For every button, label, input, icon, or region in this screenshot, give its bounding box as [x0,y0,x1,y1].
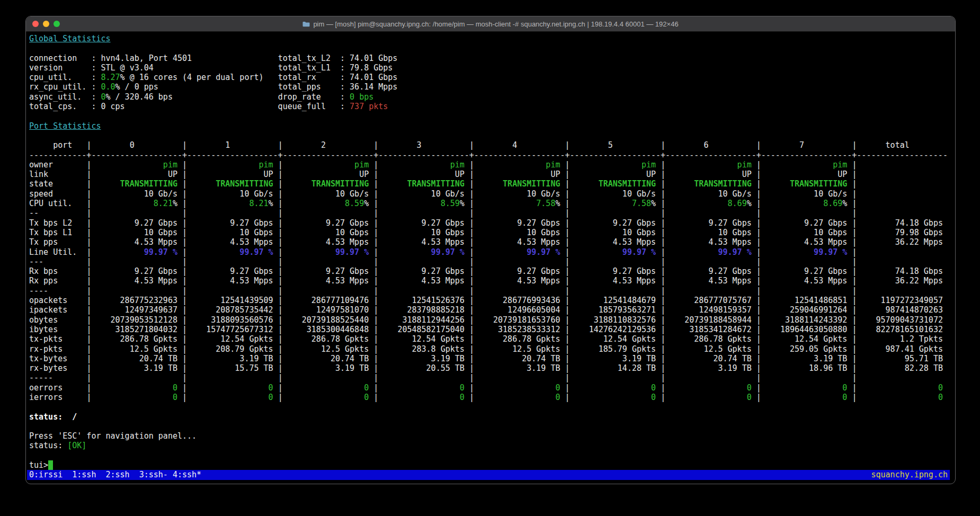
port-row-rx-pkts: rx-pkts | 12.5 Gpkts | 208.79 Gpkts | 12… [29,344,955,354]
prompt-line[interactable]: tui> [29,460,955,470]
port-row-state: state | TRANSMITTING | TRANSMITTING | TR… [29,179,955,189]
blank-line [29,131,955,140]
port-row-ipackets: ipackets | 12497349637 | 208785735442 | … [29,305,955,315]
port-row-rx-pps: Rx pps | 4.53 Mpps | 4.53 Mpps | 4.53 Mp… [29,276,955,286]
stat-line-rx-cpu-util: rx_cpu_util. : 0.0% / 0 pps total_pps : … [29,82,955,92]
port-row-divider: ----- | | | | | | | | | [29,373,955,382]
port-row-cpu-util: CPU util. | 8.21% | 8.21% | 8.59% | 8.59… [29,199,955,208]
port-row-divider: ---- | | | | | | | | | [29,286,955,296]
port-row-ierrors: ierrors | 0 | 0 | 0 | 0 | 0 | 0 | 0 | 0 … [29,393,955,402]
port-row-tx-bps-l1: Tx bps L1 | 10 Gbps | 10 Gbps | 10 Gbps … [29,228,955,237]
port-row-tx-pkts: tx-pkts | 286.78 Gpkts | 12.54 Gpkts | 2… [29,334,955,344]
window-title: pim — [mosh] pim@squanchy.ipng.ch: /home… [313,20,678,28]
port-table-separator: ------------+-------------------+-------… [29,150,955,160]
blank-line [29,422,955,431]
minimize-button[interactable] [43,21,49,27]
blank-line [29,402,955,412]
blank-line [29,43,955,53]
terminal-window: pim — [mosh] pim@squanchy.ipng.ch: /home… [25,16,956,484]
port-row-ibytes: ibytes | 3185271804032 | 15747725677312 … [29,325,955,334]
port-row-oerrors: oerrors | 0 | 0 | 0 | 0 | 0 | 0 | 0 | 0 … [29,383,955,393]
screen-status-bar: 0:irssi 1:ssh 2:ssh 3:ssh- 4:ssh* squanc… [27,470,950,479]
stat-line-async-util: async_util. : 0% / 320.46 bps drop_rate … [29,92,955,102]
status-ok-line: status: [OK] [29,441,955,450]
window-title-area: pim — [mosh] pim@squanchy.ipng.ch: /home… [74,16,907,31]
global-statistics-heading: Global Statistics [29,34,955,43]
screen-hostname: squanchy.ipng.ch [871,470,948,479]
close-button[interactable] [32,21,39,27]
port-row-tx-pps: Tx pps | 4.53 Mpps | 4.53 Mpps | 4.53 Mp… [29,237,955,247]
stat-line-total-cps: total_cps. : 0 cps queue_full : 737 pkts [29,102,955,111]
port-row-opackets: opackets | 286775232963 | 12541439509 | … [29,296,955,305]
folder-icon [302,21,310,27]
title-bar[interactable]: pim — [mosh] pim@squanchy.ipng.ch: /home… [26,16,955,32]
port-row-divider: --- | | | | | | | | | [29,257,955,266]
port-statistics-heading: Port Statistics [29,121,955,131]
terminal-screen[interactable]: Global Statisticsconnection : hvn4.lab, … [26,32,955,480]
esc-hint-line: Press 'ESC' for navigation panel... [29,431,955,441]
screen-window-list: 0:irssi 1:ssh 2:ssh 3:ssh- 4:ssh* [29,470,201,479]
port-row-link: link | UP | UP | UP | UP | UP | UP | UP … [29,170,955,179]
blank-line [29,451,955,460]
port-row-owner: owner | pim | pim | pim | pim | pim | pi… [29,160,955,170]
port-row-tx-bps-l2: Tx bps L2 | 9.27 Gbps | 9.27 Gbps | 9.27… [29,218,955,228]
blank-line [29,111,955,121]
port-table-header: port | 0 | 1 | 2 | 3 | 4 | 5 | 6 | 7 | t… [29,140,955,150]
stat-line-cpu-util: cpu_util. : 8.27% @ 16 cores (4 per dual… [29,73,955,82]
port-row-line-util: Line Util. | 99.97 % | 99.97 % | 99.97 %… [29,247,955,257]
port-row-divider: -- | | | | | | | | | [29,208,955,218]
stat-line-connection: connection : hvn4.lab, Port 4501 total_t… [29,54,955,63]
port-row-speed: speed | 10 Gb/s | 10 Gb/s | 10 Gb/s | 10… [29,189,955,199]
port-row-tx-bytes: tx-bytes | 20.74 TB | 3.19 TB | 20.74 TB… [29,354,955,363]
stat-line-version: version : STL @ v3.04 total_tx_L1 : 79.8… [29,63,955,73]
zoom-button[interactable] [54,21,60,27]
traffic-lights [26,21,60,27]
port-row-rx-bps: Rx bps | 9.27 Gbps | 9.27 Gbps | 9.27 Gb… [29,266,955,276]
cursor [48,460,53,470]
port-row-rx-bytes: rx-bytes | 3.19 TB | 15.75 TB | 3.19 TB … [29,363,955,373]
status-spinner-line: status: / [29,412,955,422]
port-row-obytes: obytes | 20739053512128 | 3188093560576 … [29,315,955,325]
